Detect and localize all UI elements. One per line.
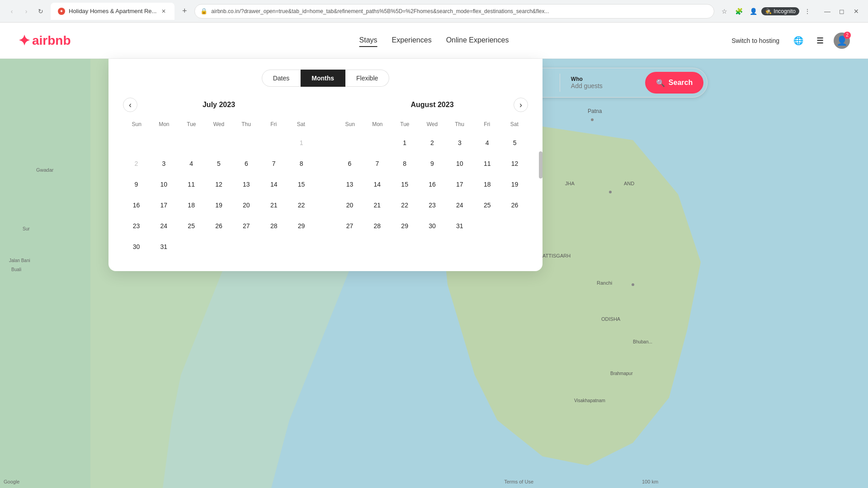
more-options-button[interactable]: ⋮: [801, 5, 814, 18]
august-day-17[interactable]: 17: [446, 174, 473, 194]
july-day-7[interactable]: 7: [260, 154, 287, 174]
august-day-9[interactable]: 9: [419, 154, 446, 174]
july-day-16[interactable]: 16: [123, 195, 150, 215]
august-day-18[interactable]: 18: [474, 174, 500, 194]
july-day-9[interactable]: 9: [123, 174, 150, 194]
august-day-19[interactable]: 19: [501, 174, 528, 194]
july-day-11[interactable]: 11: [178, 174, 205, 194]
august-day-13[interactable]: 13: [336, 174, 363, 194]
new-tab-button[interactable]: +: [178, 5, 191, 18]
weekday-fri: Fri: [260, 119, 288, 129]
hamburger-menu-button[interactable]: ☰: [812, 33, 828, 49]
august-day-6[interactable]: 6: [336, 154, 363, 174]
aug-weekday-tue: Tue: [391, 119, 419, 129]
july-day-4[interactable]: 4: [178, 154, 205, 174]
august-day-5[interactable]: 5: [501, 133, 528, 153]
forward-button[interactable]: ›: [20, 5, 33, 18]
language-selector-button[interactable]: 🌐: [790, 33, 807, 49]
airbnb-header: ✦ airbnb Stays Experiences Online Experi…: [0, 23, 868, 59]
switch-to-hosting-button[interactable]: Switch to hosting: [726, 33, 785, 48]
july-day-19[interactable]: 19: [206, 195, 232, 215]
august-calendar: ‹ August 2023 › Sun Mon Tue Wed Thu Fri …: [336, 98, 528, 257]
july-day-23[interactable]: 23: [123, 216, 150, 236]
august-day-20[interactable]: 20: [336, 195, 363, 215]
august-day-25[interactable]: 25: [474, 195, 500, 215]
august-day-1[interactable]: 1: [392, 133, 418, 153]
july-day-27[interactable]: 27: [233, 216, 259, 236]
august-day-31[interactable]: 31: [446, 216, 473, 236]
july-day-31[interactable]: 31: [151, 237, 177, 257]
august-day-4[interactable]: 4: [474, 133, 500, 153]
july-day-10[interactable]: 10: [151, 174, 177, 194]
nav-online-experiences[interactable]: Online Experiences: [446, 34, 509, 47]
august-day-21[interactable]: 21: [364, 195, 391, 215]
august-day-11[interactable]: 11: [474, 154, 500, 174]
weekday-sun: Sun: [123, 119, 151, 129]
july-day-20[interactable]: 20: [233, 195, 259, 215]
nav-stays[interactable]: Stays: [359, 34, 377, 47]
reload-button[interactable]: ↻: [34, 5, 47, 18]
august-day-23[interactable]: 23: [419, 195, 446, 215]
maximize-button[interactable]: ◻: [835, 5, 848, 18]
july-day-15[interactable]: 15: [288, 174, 315, 194]
close-window-button[interactable]: ✕: [850, 5, 863, 18]
august-day-10[interactable]: 10: [446, 154, 473, 174]
july-day-3[interactable]: 3: [151, 154, 177, 174]
july-day-30[interactable]: 30: [123, 237, 150, 257]
august-day-30[interactable]: 30: [419, 216, 446, 236]
august-day-24[interactable]: 24: [446, 195, 473, 215]
july-day-13[interactable]: 13: [233, 174, 259, 194]
july-day-8[interactable]: 8: [288, 154, 315, 174]
bookmark-button[interactable]: ☆: [718, 5, 731, 18]
august-day-8[interactable]: 8: [392, 154, 418, 174]
august-day-7[interactable]: 7: [364, 154, 391, 174]
july-day-21[interactable]: 21: [260, 195, 287, 215]
next-month-button[interactable]: ›: [514, 98, 528, 112]
svg-text:100 km: 100 km: [642, 479, 658, 484]
august-day-2[interactable]: 2: [419, 133, 446, 153]
months-tab[interactable]: Months: [301, 70, 345, 87]
august-day-14[interactable]: 14: [364, 174, 391, 194]
july-day-29[interactable]: 29: [288, 216, 315, 236]
july-day-17[interactable]: 17: [151, 195, 177, 215]
july-day-6[interactable]: 6: [233, 154, 259, 174]
august-day-15[interactable]: 15: [392, 174, 418, 194]
search-button[interactable]: 🔍 Search: [645, 72, 703, 94]
svg-text:Visakhapatnam: Visakhapatnam: [574, 398, 605, 403]
prev-month-button[interactable]: ‹: [123, 98, 137, 112]
july-day-22[interactable]: 22: [288, 195, 315, 215]
july-day-5[interactable]: 5: [206, 154, 232, 174]
profile-button[interactable]: 👤: [747, 5, 760, 18]
august-day-3[interactable]: 3: [446, 133, 473, 153]
back-button[interactable]: ‹: [5, 5, 18, 18]
july-day-18[interactable]: 18: [178, 195, 205, 215]
scroll-indicator[interactable]: [539, 151, 542, 178]
dates-tab[interactable]: Dates: [262, 70, 301, 87]
august-day-16[interactable]: 16: [419, 174, 446, 194]
minimize-button[interactable]: —: [821, 5, 834, 18]
august-day-12[interactable]: 12: [501, 154, 528, 174]
july-calendar-title: July 2023: [137, 101, 300, 109]
tab-close-button[interactable]: ✕: [160, 8, 167, 15]
august-day-28[interactable]: 28: [364, 216, 391, 236]
august-day-27[interactable]: 27: [336, 216, 363, 236]
extensions-button[interactable]: 🧩: [732, 5, 745, 18]
who-value: Add guests: [571, 82, 631, 89]
august-day-26[interactable]: 26: [501, 195, 528, 215]
july-day-28[interactable]: 28: [260, 216, 287, 236]
search-button-label: Search: [669, 79, 693, 87]
address-bar[interactable]: 🔒 airbnb.co.in/?drawer_open=true&tab_id=…: [194, 4, 714, 19]
july-day-1: 1: [288, 133, 315, 153]
july-day-25[interactable]: 25: [178, 216, 205, 236]
who-field[interactable]: Who Add guests: [560, 68, 642, 97]
nav-experiences[interactable]: Experiences: [392, 34, 432, 47]
airbnb-logo[interactable]: ✦ airbnb: [18, 32, 71, 49]
july-day-14[interactable]: 14: [260, 174, 287, 194]
browser-tab[interactable]: ✦ Holiday Homes & Apartment Re... ✕: [51, 3, 175, 20]
july-day-24[interactable]: 24: [151, 216, 177, 236]
august-day-29[interactable]: 29: [392, 216, 418, 236]
july-day-26[interactable]: 26: [206, 216, 232, 236]
flexible-tab[interactable]: Flexible: [345, 70, 389, 87]
august-day-22[interactable]: 22: [392, 195, 418, 215]
july-day-12[interactable]: 12: [206, 174, 232, 194]
